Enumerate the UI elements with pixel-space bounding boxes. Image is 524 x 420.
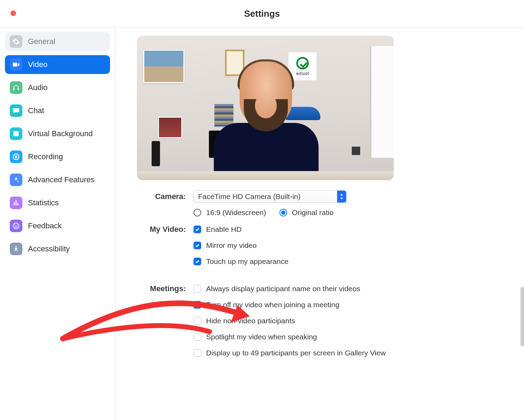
radio-original-ratio-label: Original ratio <box>292 208 334 217</box>
headphones-icon <box>10 81 22 94</box>
sidebar-item-general[interactable]: General <box>5 32 110 51</box>
bar-chart-icon <box>10 197 22 209</box>
checkbox-enable-hd[interactable] <box>194 226 201 233</box>
sidebar-item-label: Recording <box>28 152 63 161</box>
sidebar-item-feedback[interactable]: Feedback <box>5 216 110 235</box>
svg-point-1 <box>15 155 17 158</box>
smiley-icon <box>10 220 22 232</box>
checkbox-display-participant-name[interactable] <box>194 285 201 293</box>
sidebar-item-audio[interactable]: Audio <box>5 78 110 97</box>
chevron-up-down-icon <box>337 191 346 202</box>
svg-point-2 <box>13 223 19 229</box>
checkbox-touch-up[interactable] <box>194 258 201 265</box>
checkbox-turn-off-video-on-join-label: Turn off my video when joining a meeting <box>206 301 340 309</box>
video-camera-icon <box>10 58 22 71</box>
checkbox-spotlight-when-speaking[interactable] <box>194 333 201 341</box>
radio-original-ratio[interactable] <box>279 209 287 216</box>
checkbox-touch-up-label: Touch up my appearance <box>206 257 289 266</box>
checkbox-display-participant-name-label: Always display participant name on their… <box>206 285 360 293</box>
camera-preview: Nozbe <box>137 36 394 180</box>
sidebar-item-video[interactable]: Video <box>5 55 110 74</box>
person-frame-icon <box>10 127 22 140</box>
svg-point-3 <box>15 225 16 226</box>
sidebar-item-advanced-features[interactable]: Advanced Features <box>5 170 110 189</box>
my-video-label: My Video: <box>137 223 186 268</box>
video-settings-form: Camera: FaceTime HD Camera (Built-in) 16… <box>137 190 402 360</box>
checkbox-spotlight-when-speaking-label: Spotlight my video when speaking <box>206 333 317 341</box>
content-scrollbar[interactable] <box>521 287 524 346</box>
sidebar-item-chat[interactable]: Chat <box>5 101 110 120</box>
titlebar: Settings <box>0 0 524 28</box>
checkbox-49-gallery-label: Display up to 49 participants per screen… <box>206 349 386 357</box>
checkbox-49-gallery[interactable] <box>194 349 201 357</box>
sidebar-item-accessibility[interactable]: Accessibility <box>5 240 110 258</box>
sidebar-item-label: Accessibility <box>28 244 70 253</box>
window-title: Settings <box>244 8 280 19</box>
camera-select-value: FaceTime HD Camera (Built-in) <box>198 192 300 201</box>
window-close-button[interactable] <box>10 10 16 16</box>
settings-content: Nozbe Camera: FaceTime HD <box>115 28 524 420</box>
sidebar-item-label: Feedback <box>28 221 62 230</box>
chat-bubble-icon <box>10 104 22 117</box>
sidebar-item-recording[interactable]: Recording <box>5 147 110 166</box>
checkbox-mirror-video-label: Mirror my video <box>206 241 257 250</box>
record-icon <box>10 150 22 163</box>
accessibility-icon <box>10 243 22 255</box>
sidebar-item-label: Statistics <box>28 198 59 207</box>
checkbox-mirror-video[interactable] <box>194 242 201 249</box>
sidebar-item-virtual-background[interactable]: Virtual Background <box>5 124 110 143</box>
checkbox-turn-off-video-on-join[interactable] <box>194 301 201 309</box>
sidebar-item-label: General <box>28 37 55 46</box>
svg-point-4 <box>16 225 17 226</box>
sidebar-item-label: Chat <box>28 106 44 115</box>
sidebar-item-label: Virtual Background <box>28 129 93 138</box>
checkbox-hide-non-video-label: Hide non-video participants <box>206 317 295 325</box>
camera-select[interactable]: FaceTime HD Camera (Built-in) <box>194 190 347 203</box>
radio-16-9[interactable] <box>194 209 201 216</box>
window-traffic-lights <box>10 10 16 16</box>
gear-icon <box>10 35 22 48</box>
svg-point-5 <box>15 246 17 248</box>
radio-16-9-label: 16:9 (Widescreen) <box>206 208 266 217</box>
sidebar-item-label: Video <box>28 60 48 69</box>
checkbox-enable-hd-label: Enable HD <box>206 225 242 234</box>
sparkle-icon <box>10 174 22 186</box>
camera-label: Camera: <box>137 190 186 219</box>
sidebar-item-label: Advanced Features <box>28 175 95 184</box>
checkbox-hide-non-video[interactable] <box>194 317 201 325</box>
meetings-label: Meetings: <box>137 282 186 360</box>
settings-sidebar: General Video Audio Chat Virtual Backgro <box>0 28 115 420</box>
sidebar-item-label: Audio <box>28 83 48 92</box>
sidebar-item-statistics[interactable]: Statistics <box>5 193 110 212</box>
